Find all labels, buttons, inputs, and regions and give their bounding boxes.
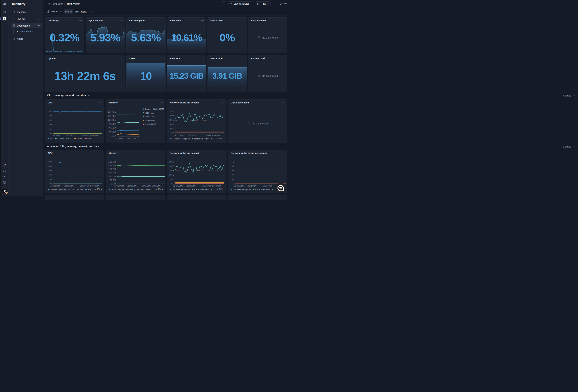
svg-text:12:42:00am: 12:42:00am — [113, 138, 123, 140]
svg-text:12:50:00am: 12:50:00am — [186, 134, 195, 137]
svg-text:1:00:00am: 1:00:00am — [80, 134, 89, 137]
svg-text:0.2: 0.2 — [232, 178, 234, 181]
svg-text:0 GiB: 0 GiB — [111, 183, 116, 185]
svg-text:1:00:00am: 1:00:00am — [202, 134, 211, 137]
svg-text:5.59 GiB: 5.59 GiB — [109, 127, 116, 129]
svg-text:0 B: 0 B — [171, 183, 174, 185]
svg-text:13.97 GiB: 13.97 GiB — [108, 115, 116, 117]
svg-text:0.8: 0.8 — [232, 165, 234, 167]
svg-text:1: 1 — [233, 161, 234, 163]
svg-text:9.31 GiB: 9.31 GiB — [108, 164, 116, 167]
svg-text:200 B: 200 B — [169, 114, 174, 117]
svg-text:1:06:00am: 1:06:00am — [152, 185, 161, 187]
svg-text:1:06:00am: 1:06:00am — [90, 185, 99, 187]
svg-text:11.18 GiB: 11.18 GiB — [107, 161, 116, 163]
svg-text:8.38 GiB: 8.38 GiB — [109, 123, 116, 125]
svg-text:1:00:00am: 1:00:00am — [202, 185, 211, 187]
svg-text:16.76 GiB: 16.76 GiB — [108, 111, 116, 113]
svg-text:12:50:00am: 12:50:00am — [127, 185, 137, 187]
svg-text:100%: 100% — [47, 161, 52, 163]
svg-text:12:50:00am: 12:50:00am — [246, 185, 256, 187]
svg-text:20%: 20% — [48, 178, 52, 181]
svg-text:100%: 100% — [47, 110, 52, 112]
svg-text:150 B: 150 B — [169, 169, 174, 172]
svg-text:1:00:00am: 1:00:00am — [80, 185, 89, 187]
svg-text:12:50:00am: 12:50:00am — [63, 134, 73, 137]
svg-text:12:42:00am: 12:42:00am — [234, 185, 243, 187]
svg-text:1:06:00am: 1:06:00am — [212, 134, 221, 137]
svg-text:1:00:00am: 1:00:00am — [127, 138, 136, 140]
svg-text:1.86 GiB: 1.86 GiB — [108, 179, 116, 181]
svg-text:250 B: 250 B — [169, 161, 174, 163]
svg-text:12:42:00am: 12:42:00am — [173, 185, 183, 187]
svg-text:60%: 60% — [48, 169, 52, 172]
svg-text:1:06:00am: 1:06:00am — [212, 185, 221, 187]
svg-text:0%: 0% — [49, 183, 52, 185]
svg-text:0.6: 0.6 — [232, 169, 234, 172]
svg-text:12:42:00am: 12:42:00am — [50, 134, 60, 137]
svg-text:50 B: 50 B — [170, 128, 174, 130]
svg-text:12:42:00am: 12:42:00am — [173, 134, 183, 137]
svg-text:1:06:00am: 1:06:00am — [90, 134, 99, 137]
svg-text:2.79 GiB: 2.79 GiB — [109, 131, 116, 133]
svg-text:1:00:00am: 1:00:00am — [142, 185, 151, 187]
svg-text:1:00:00am: 1:00:00am — [263, 185, 272, 187]
svg-text:150 B: 150 B — [169, 119, 174, 121]
svg-text:20%: 20% — [48, 128, 52, 130]
svg-text:60%: 60% — [48, 119, 52, 121]
svg-text:40%: 40% — [48, 174, 52, 176]
svg-text:7.45 GiB: 7.45 GiB — [108, 168, 116, 170]
svg-text:50 B: 50 B — [170, 178, 174, 181]
svg-text:100 B: 100 B — [169, 123, 174, 126]
svg-text:80%: 80% — [48, 114, 52, 117]
svg-text:0 GiB: 0 GiB — [111, 135, 116, 137]
svg-text:12:42:00am: 12:42:00am — [114, 185, 124, 187]
svg-text:12:50:00am: 12:50:00am — [186, 185, 195, 187]
svg-text:200 B: 200 B — [169, 165, 174, 167]
svg-text:40%: 40% — [48, 124, 52, 126]
svg-text:0 B: 0 B — [171, 132, 174, 134]
svg-text:5.59 GiB: 5.59 GiB — [108, 172, 116, 174]
svg-text:0: 0 — [233, 183, 234, 185]
svg-text:3.73 GiB: 3.73 GiB — [108, 175, 116, 178]
svg-text:11.18 GiB: 11.18 GiB — [108, 119, 116, 121]
svg-text:12:42:00am: 12:42:00am — [50, 185, 60, 187]
svg-text:12:50:00am: 12:50:00am — [63, 185, 73, 187]
svg-text:250 B: 250 B — [169, 110, 174, 112]
svg-text:0.4: 0.4 — [232, 174, 234, 176]
svg-text:80%: 80% — [48, 165, 52, 167]
svg-text:100 B: 100 B — [169, 174, 174, 176]
